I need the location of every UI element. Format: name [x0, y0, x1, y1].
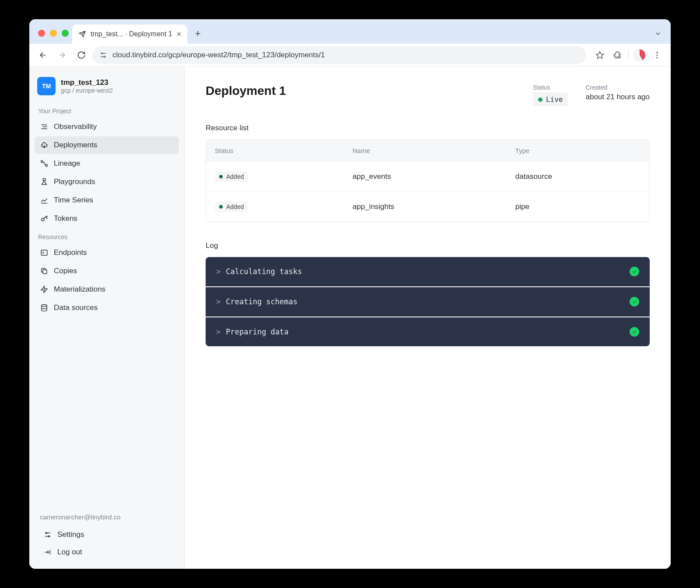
- datasources-icon: [40, 303, 49, 312]
- svg-rect-16: [43, 179, 46, 181]
- browser-tab[interactable]: tmp_test... · Deployment 1 ×: [72, 24, 187, 44]
- browser-window: tmp_test... · Deployment 1 × + cloud.tin…: [29, 19, 671, 569]
- sidebar-item-label: Log out: [57, 548, 82, 557]
- sidebar-item-materializations[interactable]: Materializations: [35, 281, 179, 298]
- status-chip: Added: [215, 171, 248, 182]
- tab-bar: tmp_test... · Deployment 1 × +: [29, 19, 671, 44]
- check-circle-icon: [630, 297, 639, 306]
- status-dot-icon: [538, 97, 542, 102]
- svg-point-22: [42, 305, 47, 307]
- url-field[interactable]: cloud.tinybird.co/gcp/europe-west2/tmp_t…: [92, 46, 586, 64]
- chevron-right-icon: >: [216, 267, 220, 276]
- workspace-logo: TM: [37, 77, 56, 95]
- deployments-icon: [40, 141, 49, 150]
- sidebar-item-label: Materializations: [54, 285, 105, 294]
- sidebar-item-label: Lineage: [54, 159, 80, 168]
- settings-icon: [43, 530, 52, 539]
- created-value: about 21 hours ago: [585, 93, 650, 101]
- user-email: cameronarcher@tinybird.co: [38, 510, 175, 526]
- lineage-icon: [40, 159, 49, 168]
- log-panel: > Calculating tasks > Creating schemas >…: [206, 257, 650, 346]
- resource-name: app_insights: [353, 202, 515, 211]
- resource-table: Status Name Type Added app_events dataso…: [206, 139, 650, 222]
- sidebar-item-label: Observability: [54, 122, 97, 131]
- status-dot-icon: [219, 175, 223, 178]
- log-row[interactable]: > Creating schemas: [206, 287, 650, 317]
- profile-button[interactable]: [631, 47, 648, 63]
- copies-icon: [40, 267, 49, 275]
- tokens-icon: [40, 214, 49, 223]
- bookmark-button[interactable]: [592, 47, 608, 63]
- playgrounds-icon: [40, 177, 49, 186]
- sidebar-item-observability[interactable]: Observability: [35, 118, 179, 136]
- materializations-icon: [40, 285, 49, 294]
- observability-icon: [40, 122, 49, 131]
- maximize-window-button[interactable]: [62, 30, 69, 37]
- table-row[interactable]: Added app_events datasource: [206, 161, 649, 191]
- close-tab-icon[interactable]: ×: [177, 30, 182, 39]
- extensions-button[interactable]: [609, 47, 626, 63]
- chevron-right-icon: >: [216, 327, 220, 336]
- sidebar-item-logout[interactable]: Log out: [38, 543, 175, 561]
- sidebar-item-playgrounds[interactable]: Playgrounds: [35, 173, 179, 191]
- workspace-region: gcp / europe-west2: [61, 87, 113, 94]
- site-settings-icon[interactable]: [99, 51, 107, 59]
- status-value: Live: [546, 95, 563, 104]
- resource-list-title: Resource list: [206, 124, 650, 132]
- timeseries-icon: [40, 196, 49, 205]
- sidebar-item-label: Tokens: [54, 214, 77, 223]
- endpoints-icon: [40, 248, 49, 257]
- svg-point-26: [49, 536, 50, 537]
- svg-point-5: [104, 56, 105, 57]
- minimize-window-button[interactable]: [50, 30, 57, 37]
- sidebar-item-label: Settings: [57, 530, 84, 539]
- logout-icon: [43, 548, 52, 557]
- close-window-button[interactable]: [38, 30, 45, 37]
- log-row[interactable]: > Calculating tasks: [206, 257, 650, 286]
- check-circle-icon: [630, 327, 639, 337]
- new-tab-button[interactable]: +: [190, 28, 206, 44]
- tab-favicon-icon: [78, 30, 86, 38]
- workspace-name: tmp_test_123: [61, 78, 113, 87]
- log-row[interactable]: > Preparing data: [206, 317, 650, 346]
- svg-rect-19: [41, 250, 47, 255]
- sidebar-item-timeseries[interactable]: Time Series: [35, 191, 179, 209]
- resource-type: datasource: [515, 172, 640, 181]
- sidebar-item-datasources[interactable]: Data sources: [35, 299, 179, 317]
- forward-button[interactable]: [54, 47, 70, 63]
- back-button[interactable]: [35, 47, 51, 63]
- sidebar-item-lineage[interactable]: Lineage: [35, 155, 179, 172]
- sidebar-item-settings[interactable]: Settings: [38, 526, 175, 543]
- tabs-menu-button[interactable]: [651, 30, 665, 44]
- kebab-menu-button[interactable]: [649, 47, 665, 63]
- sidebar-item-label: Time Series: [54, 196, 93, 205]
- col-name: Name: [353, 147, 515, 154]
- svg-rect-20: [43, 270, 47, 274]
- svg-point-9: [656, 57, 658, 58]
- sidebar-item-label: Copies: [54, 267, 77, 275]
- status-chip: Added: [215, 202, 248, 212]
- url-text: cloud.tinybird.co/gcp/europe-west2/tmp_t…: [112, 51, 325, 59]
- sidebar-item-endpoints[interactable]: Endpoints: [35, 244, 179, 261]
- status-dot-icon: [219, 205, 223, 209]
- check-circle-icon: [630, 267, 639, 276]
- sidebar-item-label: Data sources: [54, 303, 98, 312]
- sidebar-item-label: Playgrounds: [54, 177, 95, 186]
- col-type: Type: [515, 147, 640, 154]
- sidebar-item-copies[interactable]: Copies: [35, 262, 179, 280]
- log-text: Preparing data: [226, 327, 288, 336]
- col-status: Status: [215, 147, 353, 154]
- sidebar-item-tokens[interactable]: Tokens: [35, 210, 179, 227]
- reload-button[interactable]: [73, 47, 90, 63]
- log-text: Creating schemas: [226, 297, 298, 306]
- sidebar-item-deployments[interactable]: Deployments: [35, 136, 179, 154]
- svg-point-14: [41, 160, 43, 163]
- section-project-label: Your Project: [35, 101, 179, 118]
- window-controls: [35, 30, 72, 44]
- sidebar-item-label: Endpoints: [54, 248, 87, 257]
- svg-marker-6: [596, 51, 604, 58]
- table-row[interactable]: Added app_insights pipe: [206, 191, 649, 222]
- workspace-header[interactable]: TM tmp_test_123 gcp / europe-west2: [35, 74, 179, 101]
- sidebar: TM tmp_test_123 gcp / europe-west2 Your …: [29, 66, 185, 569]
- resource-type: pipe: [515, 202, 640, 211]
